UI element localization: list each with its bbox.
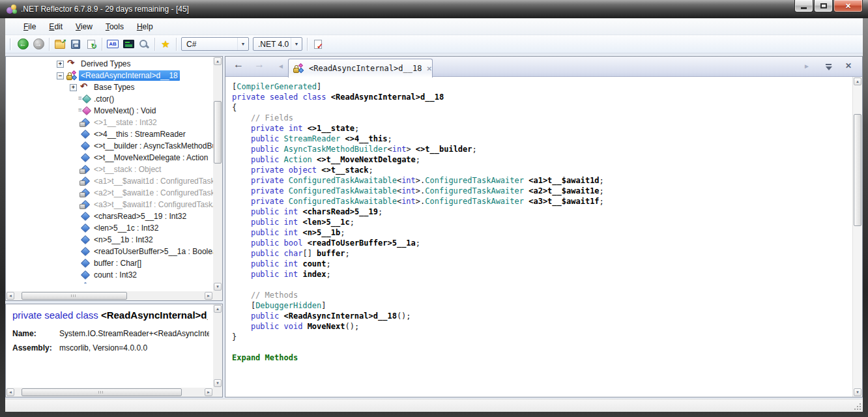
save-button[interactable] (68, 36, 83, 52)
tabbar-close-icon[interactable]: ✕ (845, 61, 852, 70)
tree-expander-spacer (70, 201, 77, 208)
menu-view[interactable]: View (69, 20, 99, 34)
tree-item-label: <>t__stack : Object (92, 164, 163, 175)
menu-help[interactable]: Help (130, 20, 160, 34)
tree-item[interactable]: <>4__this : StreamReader (6, 128, 213, 140)
field-icon (80, 246, 90, 257)
tree-item[interactable]: −<ReadAsyncInternal>d__18 (6, 70, 213, 81)
tree-expander-spacer (70, 272, 77, 279)
tree-item[interactable]: +Derived Types (6, 58, 213, 70)
toolbar-separator (176, 38, 177, 51)
analyzer-button[interactable] (310, 36, 326, 52)
field-icon (80, 270, 90, 280)
method-icon (80, 106, 90, 116)
tree-item[interactable]: +Base Types (6, 81, 213, 93)
menu-edit[interactable]: Edit (42, 20, 69, 34)
tree-vscroll-thumb[interactable] (214, 101, 222, 164)
scroll-tabs-left-icon[interactable]: ◄ (278, 63, 284, 70)
history-back-icon[interactable]: ← (233, 59, 244, 70)
tree-horizontal-scrollbar[interactable]: ◄ ► (6, 291, 213, 300)
tab-close-icon[interactable]: ✕ (426, 65, 431, 72)
tree-expander-spacer (70, 108, 77, 115)
tree-item[interactable]: <a1>t__$await1d : ConfiguredTaskAwaitabl… (6, 175, 213, 187)
toolbar-grip (10, 38, 12, 50)
menu-file[interactable]: File (17, 20, 42, 34)
tree-expander-spacer (70, 190, 77, 197)
tree-item[interactable]: <readToUserBuffer>5__1a : Boolean (6, 246, 213, 257)
maximize-button[interactable] (814, 0, 833, 12)
code-line: public int <len>5__1c; (232, 217, 852, 227)
type-info-panel: private sealed class <ReadAsyncInternal>… (5, 304, 223, 397)
tree-item[interactable]: <>t__MoveNextDelegate : Action (6, 152, 213, 164)
scroll-up-icon[interactable]: ▲ (854, 78, 861, 85)
framework-select[interactable]: .NET 4.0 ▼ (253, 37, 302, 51)
language-select-value: C# (186, 40, 196, 49)
tree-expander-spacer (70, 237, 77, 244)
tree-item-label: <>4__this : StreamReader (92, 129, 188, 139)
tab-list-icon[interactable] (826, 64, 832, 70)
scroll-up-icon[interactable]: ▲ (214, 305, 222, 313)
close-button[interactable]: ✕ (833, 0, 863, 12)
tree-item-label: <>1__state : Int32 (92, 117, 159, 128)
disassembler-button[interactable] (121, 36, 136, 52)
menu-tools[interactable]: Tools (99, 20, 130, 34)
expand-methods-link[interactable]: Expand Methods (232, 352, 852, 363)
language-select[interactable]: C# ▼ (181, 37, 249, 51)
info-vertical-scrollbar[interactable]: ▲ ▼ (213, 304, 222, 388)
tree-item[interactable]: <a3>t__$await1f : ConfiguredTaskAwaitabl… (6, 199, 213, 210)
scroll-left-icon[interactable]: ◄ (7, 388, 14, 396)
open-folder-icon (55, 42, 65, 49)
tree-item[interactable]: <>t__builder : AsyncTaskMethodBuilder<In… (6, 140, 213, 152)
refresh-button[interactable] (83, 36, 99, 52)
tree-hscroll-thumb[interactable] (22, 292, 127, 300)
minimize-button[interactable] (794, 0, 813, 12)
tree-item[interactable]: <>1__state : Int32 (6, 117, 213, 128)
tree-item[interactable]: index : Int32 (6, 281, 213, 283)
code-line: private object <>t__stack; (232, 165, 852, 175)
tab-readasyncinternal[interactable]: <ReadAsyncInternal>d__18 ✕ (288, 59, 433, 78)
fieldlock-icon (80, 117, 90, 128)
code-vscroll-thumb[interactable] (854, 114, 861, 226)
tree-item[interactable]: MoveNext() : Void (6, 105, 213, 117)
scroll-right-icon[interactable]: ► (205, 388, 212, 396)
analyzer-check-icon (314, 40, 322, 49)
history-forward-icon[interactable]: → (254, 59, 265, 70)
tree-item[interactable]: <>t__stack : Object (6, 164, 213, 175)
bookmarks-button[interactable]: ★ (158, 36, 173, 52)
open-button[interactable] (52, 36, 68, 52)
scroll-down-icon[interactable]: ▼ (214, 283, 222, 291)
tree-expander-plus[interactable]: + (70, 84, 77, 91)
code-vertical-scrollbar[interactable]: ▲ ▼ (852, 77, 862, 397)
search-button[interactable] (136, 36, 152, 52)
tree-item[interactable]: <charsRead>5__19 : Int32 (6, 210, 213, 222)
info-horizontal-scrollbar[interactable]: ◄ ► (6, 388, 213, 397)
tree-item[interactable]: .ctor() (6, 93, 213, 105)
code-view: [CompilerGenerated]private sealed class … (225, 77, 852, 363)
app-icon (7, 4, 17, 14)
scroll-down-icon[interactable]: ▼ (214, 379, 222, 387)
tree-item[interactable]: count : Int32 (6, 269, 213, 281)
rename-button[interactable]: AB (105, 36, 121, 52)
window-title: .NET Reflector 6.7.8.9 - 29 days remaini… (21, 5, 189, 14)
scroll-right-icon[interactable]: ► (205, 292, 212, 300)
chevron-down-icon: ▼ (237, 38, 248, 50)
scroll-left-icon[interactable]: ◄ (7, 292, 14, 300)
scroll-up-icon[interactable]: ▲ (214, 57, 222, 65)
code-line: // Methods (232, 290, 852, 300)
framework-select-value: .NET 4.0 (258, 40, 289, 49)
tree-expander-plus[interactable]: + (57, 61, 64, 68)
field-icon (80, 141, 90, 151)
tree-expander-minus[interactable]: − (57, 72, 64, 79)
tree-vertical-scrollbar[interactable]: ▲ ▼ (213, 57, 222, 291)
tree-item[interactable]: <a2>t__$await1e : ConfiguredTaskAwaitabl… (6, 187, 213, 199)
tree-item[interactable]: buffer : Char[] (6, 257, 213, 269)
forward-button[interactable]: → (31, 36, 46, 52)
resize-grip[interactable] (860, 409, 861, 410)
code-line: [DebuggerHidden] (232, 300, 852, 311)
scroll-down-icon[interactable]: ▼ (854, 388, 861, 396)
tree-item[interactable]: <n>5__1b : Int32 (6, 234, 213, 246)
tree-item[interactable]: <len>5__1c : Int32 (6, 222, 213, 234)
info-hscroll-thumb[interactable] (22, 388, 182, 396)
scroll-tabs-right-icon[interactable]: ► (803, 63, 810, 70)
back-button[interactable]: ← (15, 36, 31, 52)
